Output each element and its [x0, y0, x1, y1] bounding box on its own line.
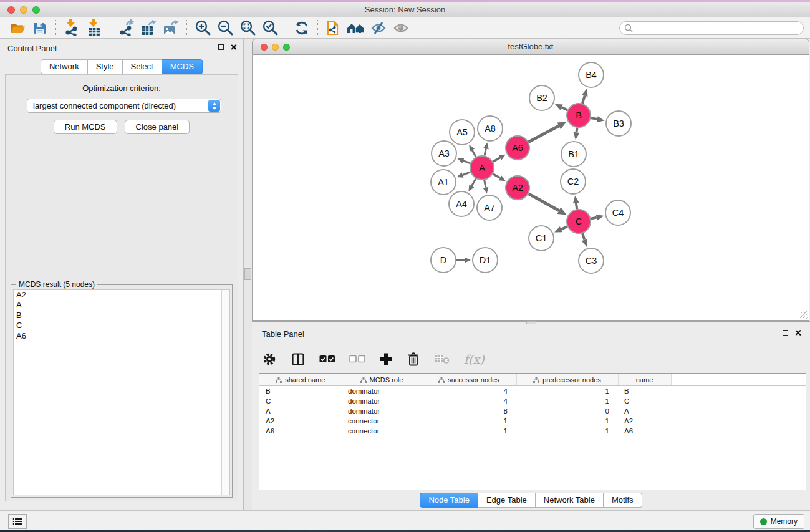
column-header-predecessor-nodes[interactable]: predecessor nodes: [516, 374, 618, 386]
graph-edge-A-A7[interactable]: [485, 180, 486, 188]
panel-splitter[interactable]: [244, 39, 252, 510]
column-header-shared-name[interactable]: shared name: [259, 374, 342, 386]
graph-node-A3[interactable]: A3: [432, 141, 456, 166]
close-panel-icon[interactable]: [230, 44, 237, 51]
column-header-mcds-role[interactable]: MCDS role: [342, 374, 422, 386]
select-all-icon[interactable]: [319, 355, 335, 364]
task-history-button[interactable]: [8, 514, 27, 529]
result-list-item[interactable]: A6: [14, 331, 229, 341]
network-minimize-button[interactable]: [272, 44, 279, 51]
graph-edge-A-A2[interactable]: [493, 174, 500, 178]
graph-edge-A2-C[interactable]: [529, 194, 559, 211]
zoom-in-icon[interactable]: [191, 19, 214, 37]
criterion-dropdown[interactable]: largest connected component (directed): [27, 99, 221, 113]
graph-node-C1[interactable]: C1: [529, 226, 554, 251]
graph-edge-A-A3[interactable]: [463, 161, 470, 163]
open-file-icon[interactable]: [6, 19, 29, 37]
graph-node-A2[interactable]: A2: [506, 176, 529, 200]
graph-node-A8[interactable]: A8: [478, 116, 503, 141]
column-header-name[interactable]: name: [618, 374, 671, 386]
zoom-fit-icon[interactable]: [236, 19, 259, 37]
delete-table-icon[interactable]: [434, 354, 450, 365]
save-session-icon[interactable]: [29, 19, 51, 37]
memory-button[interactable]: Memory: [753, 514, 804, 529]
graph-node-A5[interactable]: A5: [450, 120, 475, 145]
float-table-panel-icon[interactable]: [783, 330, 788, 336]
table-row[interactable]: Cdominator41C: [259, 396, 806, 406]
graph-edge-B-B2[interactable]: [562, 107, 567, 110]
deselect-all-icon[interactable]: [349, 355, 365, 364]
graph-node-B1[interactable]: B1: [561, 142, 586, 167]
graph-node-D1[interactable]: D1: [473, 248, 498, 273]
minimize-window-button[interactable]: [20, 6, 27, 14]
network-graph[interactable]: B4B2BB3A8A5A6A3B1AA1C2A2A4A7C4CC1C3DD1: [253, 55, 808, 319]
graph-node-D[interactable]: D: [431, 248, 456, 273]
table-row[interactable]: A2connector11A2: [259, 416, 806, 426]
add-column-icon[interactable]: [379, 352, 393, 366]
network-close-button[interactable]: [261, 44, 268, 51]
close-window-button[interactable]: [7, 6, 15, 14]
graph-node-B[interactable]: B: [567, 104, 591, 127]
window-resize-handle[interactable]: [800, 311, 808, 319]
graph-node-A[interactable]: A: [470, 156, 494, 180]
export-table-icon[interactable]: [137, 19, 160, 37]
column-browser-icon[interactable]: [291, 352, 306, 367]
graph-edge-A-A5[interactable]: [472, 150, 476, 157]
result-list-scrollbar[interactable]: [221, 290, 229, 495]
search-text-field[interactable]: [635, 23, 799, 33]
graph-edge-A-A6[interactable]: [493, 158, 500, 162]
graph-edge-A6-B[interactable]: [529, 126, 559, 142]
node-table[interactable]: shared name MCDS role successor nodes pr…: [259, 373, 806, 490]
close-table-panel-icon[interactable]: [794, 329, 801, 336]
tab-node-table[interactable]: Node Table: [420, 493, 478, 508]
graph-node-A4[interactable]: A4: [449, 191, 474, 216]
graph-node-A7[interactable]: A7: [477, 195, 502, 220]
column-header-successor-nodes[interactable]: successor nodes: [422, 374, 516, 386]
table-row[interactable]: A6connector11A6: [259, 426, 806, 436]
tab-edge-table[interactable]: Edge Table: [478, 493, 536, 508]
import-network-icon[interactable]: [60, 19, 83, 37]
graph-edge-C-C3[interactable]: [582, 233, 584, 240]
tab-network[interactable]: Network: [41, 59, 88, 74]
tab-motifs[interactable]: Motifs: [604, 493, 642, 508]
graph-node-A6[interactable]: A6: [506, 136, 529, 160]
function-builder-icon[interactable]: f(x): [464, 352, 485, 366]
graph-node-B3[interactable]: B3: [606, 111, 631, 136]
show-panel-icon[interactable]: [390, 19, 412, 37]
network-zoom-button[interactable]: [283, 44, 290, 51]
graph-node-B4[interactable]: B4: [579, 62, 604, 87]
table-row[interactable]: Bdominator41B: [259, 386, 806, 397]
search-input[interactable]: [619, 21, 804, 35]
gear-icon[interactable]: [262, 352, 277, 367]
tab-network-table[interactable]: Network Table: [536, 493, 604, 508]
graph-edge-C-C2[interactable]: [576, 203, 577, 210]
delete-column-icon[interactable]: [407, 352, 420, 367]
graph-edge-A-A1[interactable]: [463, 172, 470, 175]
import-table-icon[interactable]: [83, 19, 105, 37]
graph-edge-C-C1[interactable]: [561, 226, 567, 229]
graph-edge-C-C4[interactable]: [591, 218, 597, 219]
result-list-item[interactable]: A2: [14, 290, 229, 300]
zoom-window-button[interactable]: [32, 6, 40, 14]
graph-node-C2[interactable]: C2: [561, 169, 586, 194]
run-mcds-button[interactable]: Run MCDS: [54, 120, 117, 134]
tab-style[interactable]: Style: [88, 59, 123, 74]
graph-edge-A-A8[interactable]: [485, 148, 486, 155]
hide-panel-icon[interactable]: [367, 19, 390, 37]
graph-edge-A-A4[interactable]: [471, 178, 476, 186]
tab-mcds[interactable]: MCDS: [162, 59, 203, 74]
close-panel-button[interactable]: Close panel: [125, 120, 190, 134]
tab-select[interactable]: Select: [123, 59, 162, 74]
graph-edge-B-B1[interactable]: [576, 128, 577, 132]
result-list-item[interactable]: B: [14, 311, 229, 321]
graph-node-C3[interactable]: C3: [579, 248, 604, 273]
result-list-item[interactable]: A: [14, 300, 229, 310]
export-image-icon[interactable]: [160, 19, 182, 37]
network-canvas[interactable]: B4B2BB3A8A5A6A3B1AA1C2A2A4A7C4CC1C3DD1: [252, 55, 809, 321]
splitter-handle[interactable]: [244, 268, 251, 280]
graph-node-B2[interactable]: B2: [529, 85, 554, 110]
graph-edge-B-B3[interactable]: [591, 118, 597, 119]
graph-node-A1[interactable]: A1: [431, 170, 456, 195]
graph-node-C4[interactable]: C4: [605, 200, 630, 225]
home-icon[interactable]: [345, 19, 367, 37]
